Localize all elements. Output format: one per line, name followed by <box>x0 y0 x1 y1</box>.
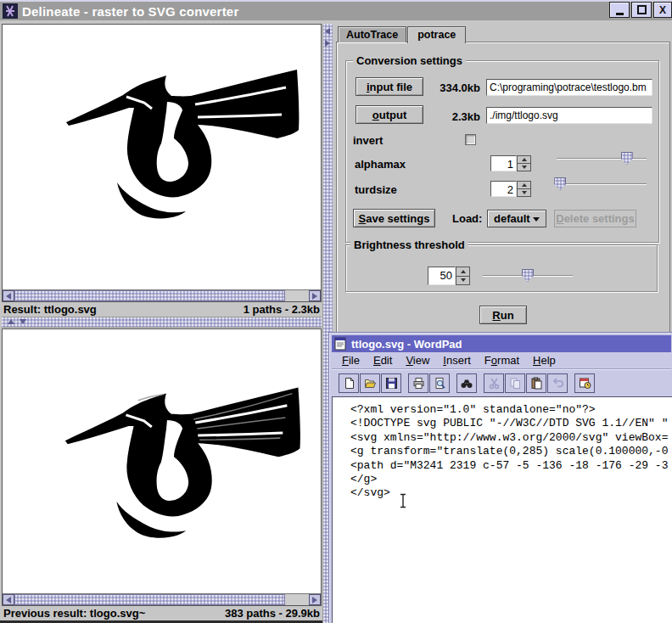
menu-file[interactable]: File <box>335 352 367 368</box>
save-button[interactable] <box>381 373 401 393</box>
new-document-button[interactable] <box>339 373 359 393</box>
menu-view[interactable]: View <box>399 352 436 368</box>
print-icon <box>412 377 425 390</box>
collapse-right-icon[interactable] <box>325 40 330 47</box>
tab-autotrace[interactable]: AutoTrace <box>338 26 406 42</box>
brightness-slider[interactable] <box>483 267 573 284</box>
scroll-left-button[interactable] <box>3 594 14 605</box>
result-statusbar: Result: ttlogo.svg 1 paths - 2.3kb <box>2 302 322 317</box>
turdsize-spinner[interactable]: 2 <box>490 181 517 197</box>
spin-up-icon <box>522 183 527 187</box>
spin-up-button[interactable] <box>517 181 531 189</box>
close-icon: X <box>659 4 666 16</box>
turdsize-slider[interactable] <box>557 176 647 193</box>
cut-button[interactable] <box>484 373 504 393</box>
date-time-button[interactable] <box>574 373 595 393</box>
scrollbar-thumb[interactable] <box>14 594 285 605</box>
print-preview-button[interactable] <box>429 373 450 393</box>
open-icon <box>364 377 377 390</box>
collapse-up-icon[interactable] <box>8 319 14 324</box>
spin-down-button[interactable] <box>456 277 470 286</box>
scroll-right-button[interactable] <box>309 594 321 605</box>
input-path-field[interactable]: C:\programing\potrace\testlogo.bm <box>486 79 652 96</box>
xml-line: <?xml version="1.0" standalone="no"?> <box>350 403 672 417</box>
wordpad-menubar: File Edit View Insert Format Help <box>332 352 671 369</box>
previous-paths: 383 paths - 29.9kb <box>225 607 320 620</box>
menu-edit[interactable]: Edit <box>367 352 399 368</box>
output-size: 2.3kb <box>397 110 480 123</box>
brightness-spinner-buttons <box>456 267 470 285</box>
undo-button[interactable] <box>547 373 568 393</box>
scroll-right-button[interactable] <box>309 290 321 301</box>
collapse-left-icon[interactable] <box>325 28 330 35</box>
menu-insert[interactable]: Insert <box>436 352 478 368</box>
print-button[interactable] <box>408 373 428 393</box>
alphamax-slider[interactable] <box>557 150 647 167</box>
spin-down-icon <box>461 278 466 282</box>
slider-thumb[interactable] <box>621 152 633 165</box>
slider-track <box>557 158 647 160</box>
result-name: Result: ttlogo.svg <box>3 303 97 316</box>
scroll-left-button[interactable] <box>3 290 14 301</box>
spin-up-icon <box>522 158 527 161</box>
scroll-right-icon <box>312 597 317 603</box>
load-label: Load: <box>452 212 482 225</box>
scroll-right-icon <box>312 293 317 300</box>
copy-button[interactable] <box>505 373 525 393</box>
slider-thumb[interactable] <box>554 177 566 190</box>
undo-icon <box>552 377 564 390</box>
invert-label: invert <box>353 134 383 147</box>
screen: Delineate - raster to SVG converter X Re… <box>0 0 672 623</box>
maximize-icon <box>637 5 647 14</box>
tab-potrace[interactable]: potrace <box>407 26 466 43</box>
result-paths: 1 paths - 2.3kb <box>244 303 320 316</box>
slider-thumb[interactable] <box>522 269 534 282</box>
maximize-button[interactable] <box>631 2 652 18</box>
wordpad-titlebar[interactable]: ttlogo.svg - WordPad <box>332 335 671 352</box>
run-button[interactable]: Run <box>479 306 527 324</box>
scroll-left-icon <box>6 597 11 603</box>
save-icon <box>385 377 398 390</box>
close-button[interactable]: X <box>653 2 672 18</box>
horizontal-scrollbar[interactable] <box>3 593 321 605</box>
minimize-button[interactable] <box>609 2 630 18</box>
spin-up-button[interactable] <box>517 155 531 164</box>
open-button[interactable] <box>360 373 380 393</box>
result-preview-pane <box>2 24 322 302</box>
split-divider-horizontal[interactable] <box>2 317 322 328</box>
spin-down-button[interactable] <box>517 189 531 197</box>
collapse-down-icon[interactable] <box>20 319 26 324</box>
scroll-left-icon <box>6 293 11 300</box>
invert-checkbox[interactable] <box>465 134 476 145</box>
output-path-field[interactable]: ./img/ttlogo.svg <box>486 107 652 124</box>
brightness-spinner[interactable]: 50 <box>428 267 456 285</box>
previous-statusbar: Previous result: tlogo.svg~ 383 paths - … <box>2 606 322 620</box>
tab-bar: AutoTrace potrace <box>338 26 467 42</box>
xml-line: <!DOCTYPE svg PUBLIC "-//W3C//DTD SVG 1.… <box>350 417 672 430</box>
horizontal-scrollbar[interactable] <box>3 289 321 301</box>
date-time-icon <box>579 377 591 390</box>
wordpad-document[interactable]: <?xml version="1.0" standalone="no"?><!D… <box>332 396 672 623</box>
find-icon <box>460 377 473 390</box>
xml-line: <path d="M3241 2319 c-57 -5 -136 -18 -17… <box>350 459 672 473</box>
alphamax-spinner[interactable]: 1 <box>490 155 517 171</box>
combo-value: default <box>494 212 530 225</box>
group-title: Conversion settings <box>353 54 466 67</box>
menu-help[interactable]: Help <box>526 352 563 368</box>
spin-up-button[interactable] <box>456 267 470 277</box>
copy-icon <box>509 377 522 390</box>
menu-format[interactable]: Format <box>478 352 526 368</box>
slider-track <box>557 183 647 185</box>
paste-button[interactable] <box>526 373 546 393</box>
print-preview-icon <box>434 377 446 390</box>
load-settings-combo[interactable]: default <box>487 210 546 227</box>
app-icon <box>3 3 18 19</box>
spin-down-icon <box>522 191 527 194</box>
delete-settings-button[interactable]: Delete settings <box>554 210 636 227</box>
previous-name: Previous result: tlogo.svg~ <box>3 607 145 620</box>
find-button[interactable] <box>456 373 477 393</box>
save-settings-button[interactable]: Save settings <box>353 209 435 227</box>
scrollbar-thumb[interactable] <box>14 290 285 301</box>
delineate-titlebar[interactable]: Delineate - raster to SVG converter <box>0 2 672 20</box>
spin-down-button[interactable] <box>517 164 531 171</box>
